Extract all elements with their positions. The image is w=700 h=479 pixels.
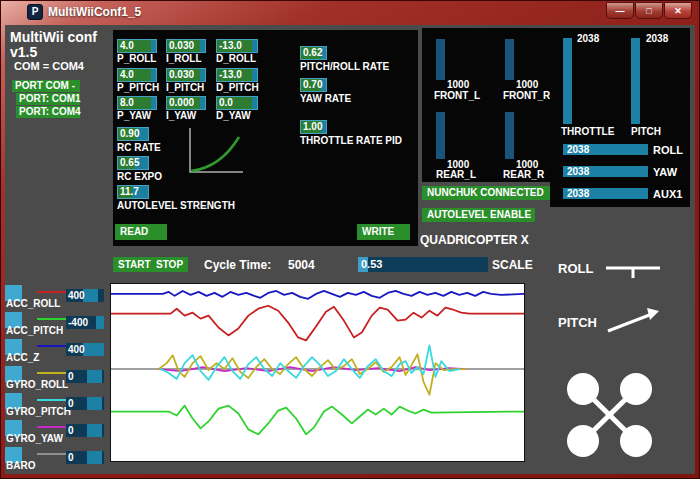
- gyro-yaw-value-bar: 0: [66, 424, 104, 437]
- scale-label: SCALE: [492, 259, 533, 272]
- autolevel-strength-field[interactable]: 11.7: [117, 185, 149, 199]
- telemetry-plot: [110, 283, 525, 462]
- gyro-yaw-color-line: [37, 426, 66, 428]
- motor-front-l-value: 1000: [447, 79, 469, 90]
- autolevel-enable-button[interactable]: AUTOLEVEL ENABLE: [422, 208, 535, 222]
- i-roll-label: I_ROLL: [166, 53, 202, 64]
- p-yaw-field[interactable]: 8.0: [117, 96, 157, 110]
- motor-front-r-bar: [505, 39, 514, 80]
- throttle-channel-label: THROTTLE: [561, 126, 614, 137]
- start-button[interactable]: START: [113, 257, 156, 272]
- com-port-selector[interactable]: PORT COM -: [12, 80, 80, 92]
- throttle-channel-value: 2038: [577, 33, 599, 44]
- acc-pitch-color-line: [37, 318, 66, 320]
- motor-front-l-label: FRONT_L: [434, 90, 480, 101]
- motor-rear-l-bar: [436, 112, 445, 159]
- gyro-pitch-color-line: [37, 399, 66, 401]
- aux1-channel-label: AUX1: [653, 188, 682, 200]
- app-window: P MultiWiiConf1_5 — □ ✕ MultiWii conf v1…: [0, 0, 700, 479]
- acc-z-label: ACC_Z: [6, 352, 39, 363]
- pitch-indicator-icon: [604, 306, 662, 334]
- acc-z-color-line: [37, 345, 66, 347]
- throttle-rate-pid-field[interactable]: 1.00: [300, 120, 327, 134]
- rc-expo-label: RC EXPO: [117, 171, 162, 182]
- rc-rate-field[interactable]: 0.90: [117, 127, 149, 141]
- motor-rear-l-label: REAR_L: [436, 169, 476, 180]
- d-roll-field[interactable]: -13.0: [216, 39, 258, 53]
- window-title: MultiWiiConf1_5: [48, 5, 141, 19]
- pitch-channel-value: 2038: [646, 33, 668, 44]
- gyro-yaw-label: GYRO_YAW: [6, 433, 63, 444]
- rc-expo-field[interactable]: 0.65: [117, 156, 149, 170]
- pitch-channel-label: PITCH: [631, 126, 661, 137]
- p-roll-label: P_ROLL: [117, 53, 156, 64]
- gyro-pitch-value-bar: 0: [66, 397, 104, 410]
- motor-rear-r-bar: [505, 112, 514, 159]
- motor-front-l-bar: [436, 39, 445, 80]
- com-port-option-2[interactable]: PORT: COM4: [16, 106, 80, 118]
- write-button[interactable]: WRITE: [357, 224, 410, 240]
- scale-slider[interactable]: 0.53: [358, 257, 488, 272]
- gyro-roll-color-line: [37, 372, 66, 374]
- i-pitch-label: I_PITCH: [166, 82, 204, 93]
- i-roll-field[interactable]: 0.030: [166, 39, 206, 53]
- yaw-channel-label: YAW: [653, 166, 677, 178]
- rc-rate-label: RC RATE: [117, 142, 161, 153]
- motor-front-r-label: FRONT_R: [503, 90, 550, 101]
- com-status: COM = COM4: [14, 60, 84, 72]
- acc-roll-value-bar: 400: [66, 289, 104, 302]
- baro-label: BARO: [6, 460, 35, 471]
- i-yaw-label: I_YAW: [166, 110, 196, 121]
- window-controls: — □ ✕: [605, 2, 692, 19]
- acc-pitch-label: ACC_PITCH: [6, 325, 63, 336]
- roll-indicator-icon: [604, 260, 662, 280]
- yaw-rate-field[interactable]: 0.70: [300, 78, 327, 92]
- pitch-indicator-label: PITCH: [558, 316, 597, 330]
- baro-value-bar: 0: [66, 451, 104, 464]
- d-yaw-label: D_YAW: [216, 110, 251, 121]
- acc-z-value-bar: 400: [66, 343, 104, 356]
- copter-type-label: QUADRICOPTER X: [420, 234, 529, 247]
- expo-curve-graph: [181, 124, 245, 176]
- d-roll-label: D_ROLL: [216, 53, 256, 64]
- d-pitch-field[interactable]: -13.0: [216, 68, 258, 82]
- d-yaw-field[interactable]: 0.0: [216, 96, 258, 110]
- motor-front-r-value: 1000: [516, 79, 538, 90]
- com-port-option-1[interactable]: PORT: COM1: [16, 93, 80, 105]
- nunchuk-status-button[interactable]: NUNCHUK CONNECTED: [422, 186, 550, 200]
- yaw-channel-bar: 2038: [563, 166, 648, 177]
- app-icon: P: [27, 4, 43, 20]
- acc-roll-label: ACC_ROLL: [6, 298, 60, 309]
- stop-button[interactable]: STOP: [151, 257, 188, 272]
- acc-pitch-value-bar: -400: [66, 316, 104, 329]
- pitch-roll-rate-field[interactable]: 0.62: [300, 46, 327, 60]
- app-version: v1.5: [10, 45, 37, 60]
- roll-indicator-label: ROLL: [558, 262, 593, 276]
- maximize-button[interactable]: □: [635, 2, 663, 19]
- i-yaw-field[interactable]: 0.000: [166, 96, 206, 110]
- d-pitch-label: D_PITCH: [216, 82, 259, 93]
- pitch-channel-bar: [631, 38, 640, 124]
- autolevel-strength-label: AUTOLEVEL STRENGTH: [117, 200, 235, 211]
- cycle-time-value: 5004: [288, 259, 315, 272]
- p-roll-field[interactable]: 4.0: [117, 39, 157, 53]
- plot-acc-roll-trace: [111, 306, 524, 341]
- close-button[interactable]: ✕: [664, 2, 692, 19]
- gyro-pitch-label: GYRO_PITCH: [6, 406, 71, 417]
- gyro-roll-label: GYRO_ROLL: [6, 379, 68, 390]
- cycle-time-label: Cycle Time:: [204, 259, 271, 272]
- throttle-channel-bar: [563, 38, 572, 124]
- minimize-button[interactable]: —: [606, 2, 634, 19]
- gyro-roll-value-bar: 0: [66, 370, 104, 383]
- roll-channel-bar: 2038: [563, 144, 648, 155]
- yaw-rate-label: YAW RATE: [300, 93, 351, 104]
- quad-x-icon: [552, 360, 670, 470]
- read-button[interactable]: READ: [115, 224, 167, 240]
- motor-rear-r-label: REAR_R: [503, 169, 544, 180]
- plot-acc-pitch-trace: [111, 406, 524, 435]
- p-pitch-field[interactable]: 4.0: [117, 68, 157, 82]
- baro-color-line: [37, 453, 66, 455]
- i-pitch-field[interactable]: 0.030: [166, 68, 206, 82]
- p-pitch-label: P_PITCH: [117, 82, 159, 93]
- throttle-rate-pid-label: THROTTLE RATE PID: [300, 135, 402, 146]
